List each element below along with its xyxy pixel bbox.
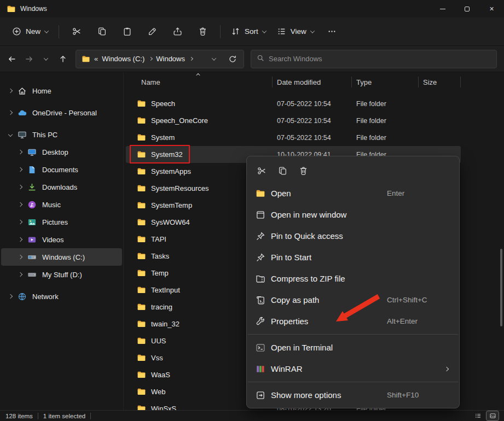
- toolbar-delete[interactable]: [192, 22, 213, 41]
- sidebar-item-documents[interactable]: Documents: [1, 161, 122, 178]
- context-menu-item-open-in-terminal[interactable]: Open in Terminal: [249, 337, 457, 358]
- menu-item-shortcut: Enter: [387, 189, 404, 197]
- address-dropdown-button[interactable]: [207, 52, 221, 66]
- sort-icon: [231, 27, 240, 36]
- context-quick-delete[interactable]: [294, 162, 312, 179]
- toolbar-cut[interactable]: [66, 22, 87, 41]
- sidebar-item-desktop[interactable]: Desktop: [1, 143, 122, 161]
- context-quick-copy[interactable]: [273, 162, 292, 179]
- breadcrumb[interactable]: « Windows (C:) Windows: [76, 50, 244, 68]
- items-count: 128 items: [5, 413, 33, 419]
- recent-locations-button[interactable]: [37, 50, 54, 67]
- expand-chevron-icon[interactable]: [18, 185, 22, 189]
- sidebar-item-music[interactable]: Music: [1, 196, 122, 213]
- sidebar-item-windows-c[interactable]: Windows (C:): [1, 248, 122, 266]
- menu-item-label: Copy as path: [271, 295, 319, 305]
- toolbar-paste[interactable]: [117, 22, 137, 41]
- more-options-button[interactable]: [322, 22, 343, 41]
- sort-button[interactable]: Sort: [225, 22, 271, 40]
- column-header-name[interactable]: Name: [124, 72, 273, 91]
- sidebar-item-videos[interactable]: Videos: [1, 231, 122, 248]
- expand-chevron-icon[interactable]: [18, 167, 22, 172]
- file-row-speech[interactable]: Speech 07-05-2022 10:54 File folder: [126, 95, 461, 112]
- context-menu-item-pin-to-start[interactable]: Pin to Start: [249, 247, 457, 268]
- column-headers: Name Date modified Type Size: [124, 72, 504, 91]
- folder-icon: [137, 252, 146, 261]
- column-header-type[interactable]: Type: [352, 72, 419, 91]
- expand-chevron-icon[interactable]: [18, 220, 22, 224]
- vertical-scrollbar-thumb[interactable]: [500, 249, 502, 326]
- expand-chevron-icon[interactable]: [8, 132, 13, 137]
- file-explorer-window: Windows × New: [0, 0, 504, 421]
- new-button[interactable]: New: [7, 22, 54, 40]
- arrow-right-icon: [25, 55, 33, 63]
- new-window-icon: [256, 210, 265, 220]
- file-name: Temp: [151, 269, 169, 277]
- up-button[interactable]: [54, 50, 71, 67]
- expand-chevron-icon[interactable]: [8, 110, 13, 115]
- context-menu-item-show-more-options[interactable]: Show more options Shift+F10: [249, 384, 457, 406]
- sidebar-item-downloads[interactable]: Downloads: [1, 178, 122, 196]
- file-row-speech-onecore[interactable]: Speech_OneCore 07-05-2022 10:54 File fol…: [126, 112, 461, 129]
- toolbar-share[interactable]: [167, 22, 188, 41]
- breadcrumb-label[interactable]: Windows (C:): [102, 55, 144, 63]
- breadcrumb-overflow-indicator[interactable]: «: [94, 55, 98, 63]
- sidebar-item-network[interactable]: Network: [1, 288, 122, 305]
- chevron-right-icon: [189, 57, 193, 61]
- search-input[interactable]: [269, 55, 491, 63]
- copy-icon: [278, 166, 287, 176]
- expand-chevron-icon[interactable]: [8, 294, 13, 299]
- folder-icon: [137, 404, 146, 410]
- file-row-system[interactable]: System 07-05-2022 10:54 File folder: [126, 129, 461, 146]
- sidebar-item-my-stuff-d[interactable]: My Stuff (D:): [1, 266, 122, 283]
- search-box[interactable]: [251, 50, 497, 68]
- column-header-size[interactable]: Size: [419, 72, 461, 91]
- chevron-down-icon: [212, 56, 216, 60]
- folder-icon: [137, 167, 146, 176]
- sidebar-item-pictures[interactable]: Pictures: [1, 213, 122, 231]
- toolbar-rename[interactable]: [142, 22, 163, 41]
- toolbar-copy[interactable]: [91, 22, 112, 41]
- file-type: File folder: [352, 100, 419, 108]
- context-quick-cut[interactable]: [252, 162, 271, 179]
- breadcrumb-item-windows-c[interactable]: Windows (C:): [102, 55, 152, 63]
- expand-chevron-icon[interactable]: [18, 255, 22, 259]
- expand-chevron-icon[interactable]: [18, 272, 22, 277]
- expand-chevron-icon[interactable]: [18, 237, 22, 242]
- column-header-label: Name: [141, 78, 160, 86]
- refresh-button[interactable]: [226, 52, 239, 66]
- close-button[interactable]: ×: [479, 0, 504, 17]
- forward-button[interactable]: [20, 50, 37, 67]
- minimize-button[interactable]: [430, 0, 455, 17]
- sidebar-item-home[interactable]: Home: [1, 82, 122, 100]
- sidebar-item-this-pc[interactable]: This PC: [1, 126, 122, 143]
- context-menu-item-copy-as-path[interactable]: Copy as path Ctrl+Shift+C: [249, 289, 457, 311]
- sidebar-item-onedrive-personal[interactable]: OneDrive - Personal: [1, 104, 122, 121]
- context-menu-item-winrar[interactable]: WinRAR: [249, 358, 457, 379]
- expand-chevron-icon[interactable]: [18, 150, 22, 154]
- breadcrumb-label[interactable]: Windows: [156, 55, 185, 63]
- maximize-button[interactable]: [455, 0, 479, 17]
- context-menu-item-open[interactable]: Open Enter: [249, 183, 457, 204]
- thumbnails-view-icon: [489, 412, 496, 419]
- details-view-button[interactable]: [472, 411, 484, 420]
- context-menu-item-open-in-new-window[interactable]: Open in new window: [249, 204, 457, 225]
- column-header-label: Type: [356, 78, 372, 86]
- chevron-right-icon: [149, 57, 153, 61]
- sidebar-item-label: My Stuff (D:): [42, 271, 82, 279]
- file-name: tracing: [151, 303, 172, 311]
- context-menu-item-compress-to-zip-file[interactable]: Compress to ZIP file: [249, 268, 457, 289]
- command-bar: New: [0, 17, 504, 46]
- large-thumbnails-view-button[interactable]: [486, 411, 499, 420]
- view-button[interactable]: View: [271, 22, 320, 40]
- expand-chevron-icon[interactable]: [8, 89, 13, 93]
- column-header-date-modified[interactable]: Date modified: [273, 72, 352, 91]
- status-bar: 128 items 1 item selected: [0, 410, 504, 421]
- back-button[interactable]: [3, 50, 20, 67]
- context-menu-item-pin-to-quick-access[interactable]: Pin to Quick access: [249, 225, 457, 247]
- sidebar-item-label: Downloads: [42, 183, 77, 191]
- menu-item-shortcut: Alt+Enter: [387, 317, 418, 325]
- expand-chevron-icon[interactable]: [18, 202, 22, 207]
- breadcrumb-item-windows[interactable]: Windows: [156, 55, 193, 63]
- context-menu-item-properties[interactable]: Properties Alt+Enter: [249, 311, 457, 332]
